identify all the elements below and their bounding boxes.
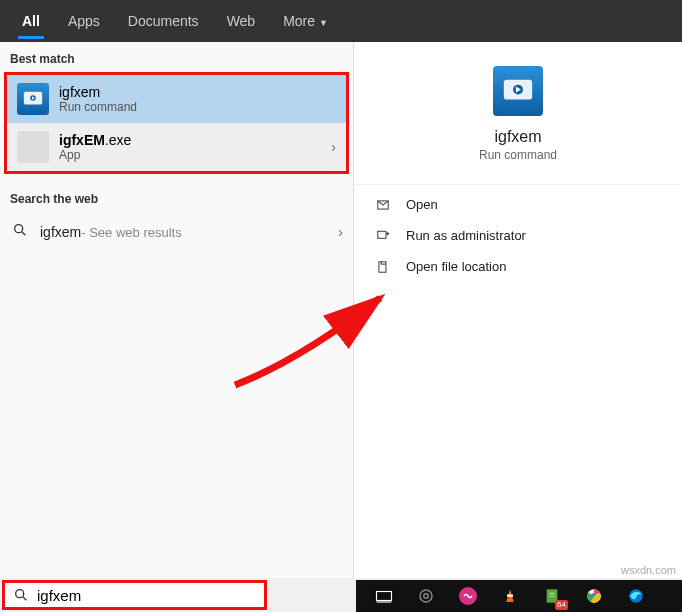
- action-open-location[interactable]: Open file location: [354, 251, 682, 282]
- filter-tabs: All Apps Documents Web More▼: [0, 0, 682, 42]
- result-subtitle: App: [59, 148, 131, 162]
- intel-graphics-icon: [17, 83, 49, 115]
- search-icon: [13, 587, 29, 603]
- chevron-down-icon: ▼: [319, 18, 328, 28]
- section-search-web: Search the web: [0, 182, 353, 212]
- result-title: igfxem: [59, 84, 137, 100]
- taskbar-app-edge[interactable]: [616, 580, 656, 612]
- shield-icon: [374, 229, 392, 243]
- action-open[interactable]: Open: [354, 189, 682, 220]
- taskbar-app-pink[interactable]: [448, 580, 488, 612]
- intel-graphics-icon: [493, 66, 543, 116]
- taskbar: 64: [356, 580, 682, 612]
- folder-icon: [374, 260, 392, 274]
- taskbar-app-vlc[interactable]: [490, 580, 530, 612]
- watermark: wsxdn.com: [621, 564, 676, 576]
- taskbar-app-notes[interactable]: 64: [532, 580, 572, 612]
- tab-documents[interactable]: Documents: [114, 3, 213, 39]
- task-view-button[interactable]: [364, 580, 404, 612]
- tab-all[interactable]: All: [8, 3, 54, 39]
- web-search-row[interactable]: igfxem - See web results ›: [0, 212, 353, 252]
- action-label: Open file location: [406, 259, 506, 274]
- result-igfxem-exe[interactable]: igfxEM.exe App ›: [7, 123, 346, 171]
- tab-apps[interactable]: Apps: [54, 3, 114, 39]
- svg-rect-14: [377, 592, 392, 601]
- chevron-right-icon: ›: [331, 139, 336, 155]
- svg-point-17: [424, 594, 429, 599]
- preview-panel: igfxem Run command Open Run as administr…: [354, 42, 682, 578]
- divider: [354, 184, 682, 185]
- svg-rect-9: [378, 231, 386, 238]
- open-icon: [374, 198, 392, 212]
- result-title: igfxEM.exe: [59, 132, 131, 148]
- action-run-admin[interactable]: Run as administrator: [354, 220, 682, 251]
- chevron-right-icon: ›: [338, 224, 343, 240]
- search-input[interactable]: [37, 587, 256, 604]
- search-icon: [12, 222, 30, 242]
- tab-more[interactable]: More▼: [269, 3, 342, 39]
- action-label: Open: [406, 197, 438, 212]
- svg-point-3: [15, 225, 23, 233]
- svg-rect-10: [379, 261, 386, 272]
- result-igfxem-command[interactable]: igfxem Run command: [7, 75, 346, 123]
- svg-rect-19: [507, 595, 513, 597]
- blank-app-icon: [17, 131, 49, 163]
- svg-line-13: [23, 597, 26, 600]
- badge-count: 64: [555, 600, 568, 610]
- results-panel: Best match igfxem Run command igfxEM.exe…: [0, 42, 354, 578]
- action-label: Run as administrator: [406, 228, 526, 243]
- web-term: igfxem: [40, 224, 81, 240]
- section-best-match: Best match: [0, 42, 353, 72]
- svg-point-12: [16, 590, 24, 598]
- tab-web[interactable]: Web: [213, 3, 270, 39]
- taskbar-app-chrome[interactable]: [574, 580, 614, 612]
- result-subtitle: Run command: [59, 100, 137, 114]
- taskbar-app-spiral[interactable]: [406, 580, 446, 612]
- preview-title: igfxem: [354, 128, 682, 146]
- search-box[interactable]: [2, 580, 267, 610]
- svg-point-16: [420, 590, 432, 602]
- best-match-group: igfxem Run command igfxEM.exe App ›: [4, 72, 349, 174]
- web-suffix: - See web results: [81, 225, 181, 240]
- svg-line-4: [22, 232, 25, 235]
- preview-subtitle: Run command: [354, 148, 682, 162]
